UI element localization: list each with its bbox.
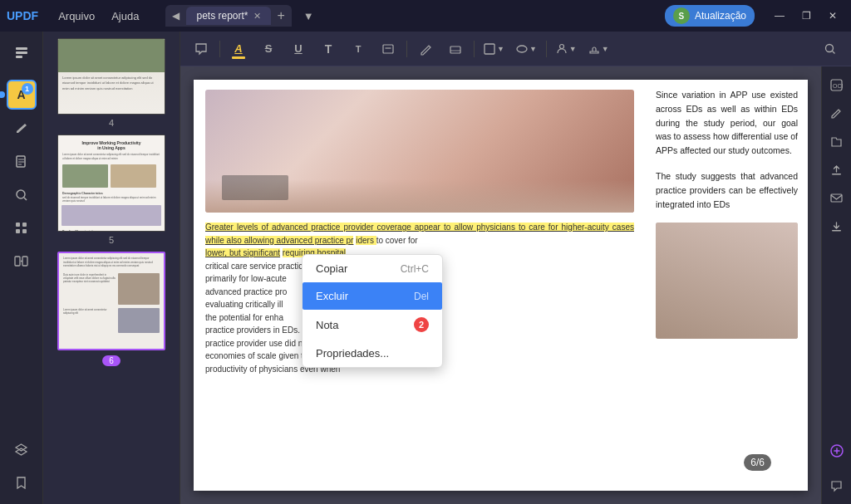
toolbar-area: A S U T T xyxy=(180,32,851,504)
menu-ajuda[interactable]: Ajuda xyxy=(105,8,145,24)
svg-rect-20 xyxy=(450,46,460,53)
pdf-left-column: Greater levels of advanced practice prov… xyxy=(194,80,646,491)
person-tool-dropdown[interactable]: ▼ xyxy=(551,42,582,56)
note-badge: 2 xyxy=(414,317,429,332)
thumbnail-page6[interactable]: Lorem ipsum dolor sit amet consectetur a… xyxy=(48,252,175,366)
thumbnail-label-6-selected: 6 xyxy=(102,355,121,366)
svg-point-23 xyxy=(517,46,527,52)
body-text-5: e xyxy=(271,262,278,271)
rect-shape-dropdown[interactable]: ▼ xyxy=(479,42,509,56)
svg-point-24 xyxy=(559,44,563,48)
svg-rect-18 xyxy=(383,45,393,53)
body-text-11: o xyxy=(283,287,288,296)
tab-bar: ◀ pets report* ✕ + xyxy=(165,5,291,27)
strikethrough-tool[interactable]: S xyxy=(254,37,283,61)
tab-pets-report[interactable]: pets report* ✕ xyxy=(186,7,270,25)
window-controls: — ❐ ✕ xyxy=(768,7,844,25)
copy-label: Copiar xyxy=(316,262,347,275)
oval-shape-dropdown[interactable]: ▼ xyxy=(511,42,542,56)
delete-shortcut: Del xyxy=(414,291,429,302)
close-button[interactable]: ✕ xyxy=(821,7,844,25)
update-button[interactable]: S Atualização xyxy=(665,5,755,27)
tab-dropdown-arrow[interactable]: ▼ xyxy=(298,7,319,26)
svg-rect-14 xyxy=(22,257,27,266)
sidebar-active-dot xyxy=(0,91,5,98)
tab-label: pets report* xyxy=(196,10,248,22)
stamp-dropdown[interactable]: ▼ xyxy=(583,42,614,56)
underline-tool[interactable]: U xyxy=(284,37,312,61)
context-menu-note[interactable]: Nota 2 xyxy=(303,310,442,340)
titlebar-right: S Atualização — ❐ ✕ xyxy=(665,5,844,27)
right-icon-download[interactable] xyxy=(825,214,849,237)
tab-close-button[interactable]: ✕ xyxy=(253,11,261,22)
content-area: Greater levels of advanced practice prov… xyxy=(180,66,851,504)
text-tool-T[interactable]: T xyxy=(314,37,342,61)
body-text-4: critical care servic xyxy=(205,262,271,271)
svg-line-8 xyxy=(24,198,27,200)
context-menu-properties[interactable]: Propriedades... xyxy=(303,340,442,367)
textbox-tool[interactable] xyxy=(374,37,402,61)
svg-marker-17 xyxy=(16,448,27,455)
context-menu-delete[interactable]: Excluir Del xyxy=(303,282,442,310)
new-tab-button[interactable]: + xyxy=(271,5,292,27)
separator1 xyxy=(219,41,220,57)
separator2 xyxy=(406,41,407,57)
right-icon-mail[interactable] xyxy=(825,186,849,209)
context-menu: Copiar Ctrl+C Excluir Del Nota 2 xyxy=(302,254,443,368)
sidebar-icon-compare[interactable] xyxy=(7,246,37,276)
sidebar-icon-annotate[interactable] xyxy=(7,113,37,143)
text-tool-T2[interactable]: T xyxy=(344,37,372,61)
update-label: Atualização xyxy=(695,10,746,22)
sidebar-icon-find[interactable] xyxy=(7,179,37,209)
body-text-9: e xyxy=(282,274,287,283)
right-icon-ocr[interactable]: OCR xyxy=(825,73,849,96)
context-menu-copy[interactable]: Copiar Ctrl+C xyxy=(303,255,442,282)
highlighted-text-1: Greater levels of advanced practice prov… xyxy=(205,223,634,245)
separator3 xyxy=(474,41,475,57)
thumbnail-page4[interactable]: Lorem ipsum dolor sit amet consectetur a… xyxy=(48,38,175,128)
right-icon-files[interactable] xyxy=(825,130,849,153)
search-tool[interactable] xyxy=(816,37,844,61)
right-icon-chat[interactable] xyxy=(825,474,849,497)
svg-line-26 xyxy=(833,51,835,53)
thumbnail-label-5: 5 xyxy=(109,235,114,245)
comment-tool[interactable] xyxy=(187,37,215,61)
menu-arquivo[interactable]: Arquivo xyxy=(52,8,101,24)
minimize-button[interactable]: — xyxy=(768,7,791,25)
separator4 xyxy=(546,41,547,57)
properties-label: Propriedades... xyxy=(316,347,389,360)
draw-tool[interactable] xyxy=(411,37,440,61)
avatar: S xyxy=(673,7,690,24)
eraser-tool[interactable] xyxy=(441,37,470,61)
right-icon-ai[interactable] xyxy=(825,439,849,462)
sidebar-icon-highlight[interactable]: 1 A xyxy=(7,80,37,110)
highlight-tool-btn[interactable]: A xyxy=(224,37,253,61)
tab-arrow-left[interactable]: ◀ xyxy=(165,7,186,25)
sidebar-icon-layers[interactable] xyxy=(7,434,37,464)
thumbnail-page5[interactable]: Improve Working Productivityin Using App… xyxy=(48,135,175,245)
pdf-page: Greater levels of advanced practice prov… xyxy=(194,80,808,491)
thumbnail-label-4: 4 xyxy=(109,118,114,128)
body-text-8: primarily for low-acut xyxy=(205,274,282,283)
svg-point-7 xyxy=(17,190,25,198)
svg-marker-16 xyxy=(16,444,27,451)
sidebar-icon-bookmark[interactable] xyxy=(7,467,37,497)
svg-rect-10 xyxy=(22,223,27,227)
note-label: Nota xyxy=(316,319,338,331)
toolbar: A S U T T xyxy=(180,32,851,66)
main-layout: 1 A xyxy=(0,32,851,504)
svg-rect-9 xyxy=(16,223,20,227)
thumbnail-panel: Lorem ipsum dolor sit amet consectetur a… xyxy=(43,32,180,504)
delete-label: Excluir xyxy=(316,290,348,302)
sidebar-icon-pages[interactable] xyxy=(7,38,37,68)
body-text-10: advanced practice pr xyxy=(205,287,283,296)
sidebar-icon-organize[interactable] xyxy=(7,213,37,242)
maximize-button[interactable]: ❐ xyxy=(794,7,818,25)
right-icon-edit[interactable] xyxy=(825,101,849,125)
svg-rect-29 xyxy=(832,174,841,175)
sidebar-icon-document[interactable] xyxy=(7,146,37,176)
svg-rect-22 xyxy=(485,44,494,54)
titlebar-menu[interactable]: Arquivo Ajuda xyxy=(52,8,145,24)
right-icon-upload[interactable] xyxy=(825,158,849,181)
svg-rect-31 xyxy=(832,230,841,232)
